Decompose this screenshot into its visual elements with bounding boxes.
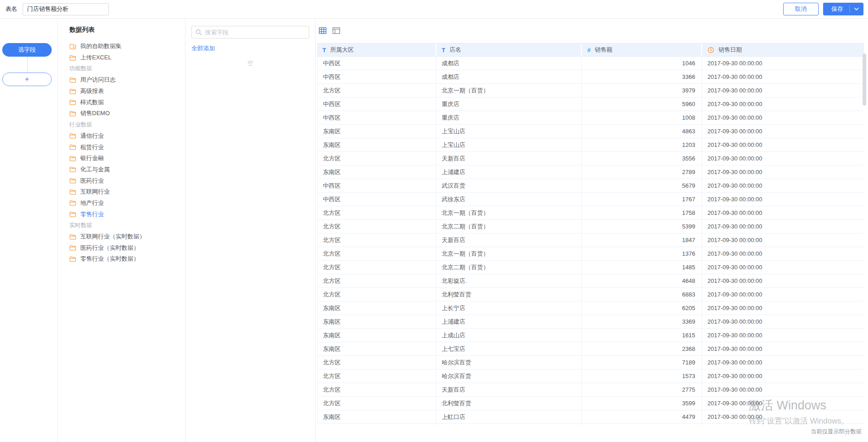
table-cell: 4863 — [582, 125, 702, 138]
table-cell: 1008 — [582, 111, 702, 125]
column-header[interactable]: T店名 — [436, 43, 582, 57]
table-row: 北方区北京二期（百货）53992017-09-30 00:00:00 — [317, 220, 864, 233]
item-label: 行业数据 — [69, 121, 92, 129]
table-cell: 北方区 — [317, 383, 436, 397]
my-dataset-folder-icon — [69, 44, 76, 49]
data-list-panel: 数据列表 我的自助数据集上传EXCEL功能数据用户访问日志高级报表样式数据销售D… — [58, 19, 185, 442]
table-cell: 北京二期（百货） — [436, 220, 582, 233]
data-list-folder-item[interactable]: 租赁行业 — [69, 141, 181, 153]
table-row: 北方区北利莹百货68832017-09-30 00:00:00 — [317, 288, 864, 301]
table-cell: 2017-09-30 00:00:00 — [702, 261, 864, 274]
data-list-folder-item[interactable]: 上传EXCEL — [69, 52, 181, 63]
table-cell: 上浦建店 — [436, 165, 582, 179]
steps-pane: 选字段 + — [0, 19, 58, 442]
folder-icon — [69, 256, 76, 262]
column-header[interactable]: T所属大区 — [317, 43, 436, 57]
table-row: 北方区北彩旋店.46482017-09-30 00:00:00 — [317, 274, 864, 288]
table-cell: 成都店 — [436, 57, 582, 70]
save-button[interactable]: 保存 — [823, 3, 863, 15]
data-list-folder-item[interactable]: 销售DEMO — [69, 108, 181, 119]
table-cell: 东南区 — [317, 329, 436, 342]
folder-icon — [69, 155, 76, 161]
data-list-folder-item[interactable]: 样式数据 — [69, 97, 181, 108]
chevron-down-icon[interactable] — [850, 7, 863, 11]
table-row: 北方区天新百店27752017-09-30 00:00:00 — [317, 383, 864, 397]
item-label: 用户访问日志 — [80, 76, 116, 84]
item-label: 样式数据 — [80, 98, 104, 107]
data-list-folder-item[interactable]: 化工与金属 — [69, 164, 181, 175]
table-cell — [317, 424, 436, 426]
item-label: 销售DEMO — [80, 109, 110, 117]
search-input[interactable] — [205, 29, 305, 36]
data-table: T所属大区T店名#销售额销售日期 中西区成都店10462017-09-30 00… — [317, 43, 864, 426]
data-list-folder-item[interactable]: 互联网行业（实时数据） — [69, 231, 181, 243]
item-label: 实时数据 — [69, 222, 92, 229]
select-fields-button[interactable]: 选字段 — [2, 43, 52, 57]
table-cell: 1046 — [582, 57, 702, 70]
table-cell: 上虹口店 — [436, 410, 582, 424]
table-cell: 2017-09-30 00:00:00 — [702, 356, 864, 369]
table-cell: 中西区 — [317, 97, 436, 111]
data-list-folder-item[interactable]: 医药行业（实时数据） — [69, 242, 181, 253]
table-row: 东南区上长宁店62052017-09-30 00:00:00 — [317, 301, 864, 315]
table-cell: 哈尔滨百货 — [436, 356, 582, 369]
add-all-link[interactable]: 全部添加 — [191, 44, 309, 53]
table-cell: 上浦建店 — [436, 315, 582, 329]
save-button-label[interactable]: 保存 — [823, 5, 849, 13]
table-row: 北方区北利莹百货35992017-09-30 00:00:00 — [317, 397, 864, 410]
search-box[interactable] — [191, 26, 309, 39]
data-list-folder-item[interactable]: 高级报表 — [69, 86, 181, 97]
table-area: T所属大区T店名#销售额销售日期 中西区成都店10462017-09-30 00… — [316, 19, 868, 442]
table-row: 东南区上七宝店23682017-09-30 00:00:00 — [317, 342, 864, 356]
table-cell: 2017-09-30 00:00:00 — [702, 383, 864, 397]
table-cell: 北方区 — [317, 220, 436, 233]
table-cell: 3369 — [582, 315, 702, 329]
table-cell: 北彩旋店. — [436, 274, 582, 288]
table-cell: 武徐东店 — [436, 193, 582, 206]
column-header[interactable]: #销售额 — [582, 43, 702, 57]
table-cell: 北京一期（百货） — [436, 84, 582, 97]
table-name-input[interactable] — [23, 3, 109, 15]
folder-icon — [69, 99, 76, 105]
view-toolbar — [317, 25, 868, 36]
column-header[interactable]: 销售日期 — [702, 43, 864, 57]
table-cell: 2017-09-30 00:00:00 — [702, 329, 864, 342]
data-list-folder-item[interactable]: 零售行业 — [69, 209, 181, 220]
grid-view-icon[interactable] — [319, 27, 327, 34]
table-body: 中西区成都店10462017-09-30 00:00:00中西区成都店33662… — [317, 57, 864, 426]
table-cell: 北方区 — [317, 397, 436, 410]
table-row: 中西区重庆店10082017-09-30 00:00:00 — [317, 111, 864, 125]
vertical-scrollbar-thumb[interactable] — [863, 53, 866, 106]
data-list-folder-item[interactable]: 用户访问日志 — [69, 74, 181, 86]
item-label: 化工与金属 — [80, 165, 110, 174]
table-cell: 北京二期（百货） — [436, 261, 582, 274]
cancel-button[interactable]: 取消 — [783, 3, 819, 15]
data-list-folder-item[interactable]: 医药行业 — [69, 175, 181, 186]
table-cell: 7189 — [582, 356, 702, 369]
folder-icon — [69, 55, 76, 61]
partial-data-notice: 当前仅显示部分数据 — [811, 428, 862, 436]
table-row: 北方区哈尔滨百货15732017-09-30 00:00:00 — [317, 369, 864, 383]
table-row: 东南区上浦建店27892017-09-30 00:00:00 — [317, 165, 864, 179]
table-cell: 2017-09-30 00:00:00 — [702, 152, 864, 165]
table-row: 北方区北京一期（百货）39792017-09-30 00:00:00 — [317, 84, 864, 97]
form-view-icon[interactable] — [332, 27, 340, 34]
data-list-folder-item[interactable]: 地产行业 — [69, 198, 181, 209]
table-cell: 北方区 — [317, 288, 436, 301]
table-cell — [582, 424, 702, 426]
data-list-folder-item[interactable]: 零售行业（实时数据） — [69, 253, 181, 265]
data-list-folder-item[interactable]: 银行金融 — [69, 153, 181, 164]
data-list-section-label: 行业数据 — [69, 119, 181, 131]
data-list-folder-item[interactable]: 通信行业 — [69, 131, 181, 142]
add-step-button[interactable]: + — [2, 73, 52, 86]
table-cell: 中西区 — [317, 111, 436, 125]
column-header-label: 店名 — [449, 46, 461, 53]
table-row: 北方区哈尔滨百货71892017-09-30 00:00:00 — [317, 356, 864, 369]
item-label: 医药行业 — [80, 177, 104, 185]
table-cell: 东南区 — [317, 410, 436, 424]
table-cell: 中西区 — [317, 193, 436, 206]
table-cell: 1573 — [582, 369, 702, 383]
data-list-folder-item[interactable]: 我的自助数据集 — [69, 41, 181, 52]
data-list-folder-item[interactable]: 互联网行业 — [69, 186, 181, 198]
table-row: 北方区北京一期（百货）13762017-09-30 00:00:00 — [317, 247, 864, 261]
